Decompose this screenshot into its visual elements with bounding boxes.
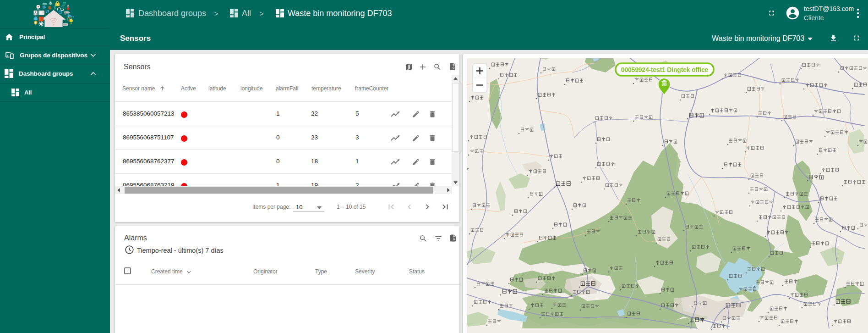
svg-text:00059924-test1 Dingtek office: 00059924-test1 Dingtek office	[621, 66, 709, 73]
